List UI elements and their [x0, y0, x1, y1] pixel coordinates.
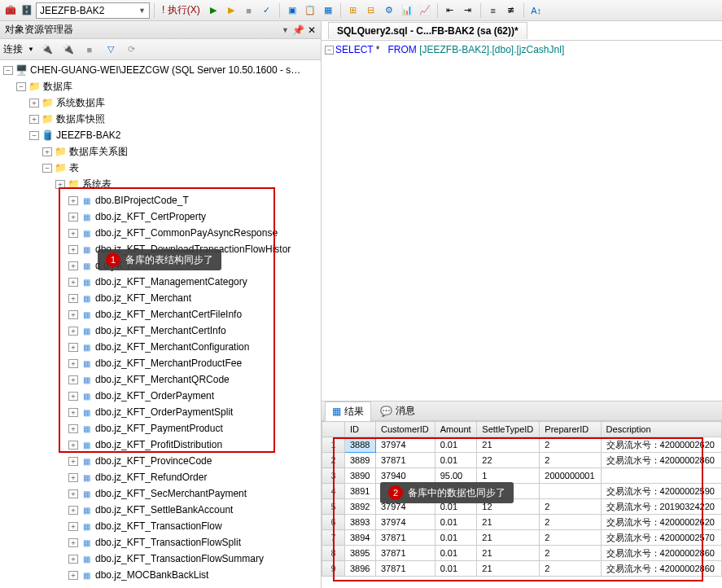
- table-node[interactable]: +▦dbo.jz_KFT_ProvinceCode: [0, 453, 321, 469]
- cell[interactable]: 3896: [345, 561, 376, 577]
- disconnect-icon[interactable]: 🔌: [60, 42, 77, 58]
- cell[interactable]: 2: [540, 499, 601, 515]
- table-node[interactable]: +▦dbo.jz_KFT_MerchantCertFileInfo: [0, 306, 321, 323]
- cell[interactable]: 2: [540, 530, 601, 546]
- table-node[interactable]: +▦dbo.jz_KFT_CommonPayAsyncResponse: [0, 225, 321, 241]
- cell[interactable]: [601, 468, 721, 484]
- specify-values-icon[interactable]: ⚙: [381, 2, 397, 19]
- cell[interactable]: 3889: [345, 453, 376, 468]
- cell[interactable]: 21: [477, 437, 540, 453]
- column-header[interactable]: Amount: [435, 422, 477, 437]
- table-node[interactable]: +▦dbo.jz_KFT_OrderPaymentSplit: [0, 404, 321, 420]
- cell[interactable]: 交易流水号：42000002570: [601, 530, 721, 546]
- table-row[interactable]: 13888379740.01212交易流水号：42000002620: [322, 437, 722, 453]
- cell[interactable]: 1: [477, 468, 540, 484]
- server-node[interactable]: −🖥️CHEN-GUANG-WEI\JEEZCGW (SQL Server 10…: [0, 62, 321, 78]
- column-header[interactable]: SettleTypeID: [477, 422, 540, 437]
- table-node[interactable]: +▦dbo.jz_KFT_OrderPayment: [0, 388, 321, 404]
- table-node[interactable]: +▦dbo.jz_KFT_SecMerchantPayment: [0, 485, 321, 502]
- cell[interactable]: 37871: [376, 546, 435, 561]
- connect-label[interactable]: 连接: [3, 42, 23, 56]
- cell[interactable]: 0.01: [435, 546, 477, 561]
- cell[interactable]: 3892: [345, 499, 376, 515]
- dropdown-icon[interactable]: ▼: [282, 26, 289, 34]
- intellisense-icon[interactable]: 📋: [302, 2, 318, 19]
- cell[interactable]: 0.01: [435, 515, 477, 530]
- table-node[interactable]: +▦dbo.jz_KFT_MerchantProductFee: [0, 355, 321, 371]
- refresh-icon[interactable]: ⟳: [124, 42, 140, 58]
- cell[interactable]: 0.01: [435, 561, 477, 577]
- cell[interactable]: 21: [477, 515, 540, 530]
- filter-icon[interactable]: ▽: [103, 42, 119, 58]
- close-icon[interactable]: ✕: [308, 24, 316, 36]
- include-stats-icon[interactable]: 📊: [399, 2, 415, 19]
- tables-folder[interactable]: −📁表: [0, 160, 321, 176]
- cell[interactable]: 21: [477, 530, 540, 546]
- table-node[interactable]: +▦dbo.jz_KFT_TransactionFlowSplit: [0, 534, 321, 551]
- comment-icon[interactable]: ⊞: [345, 2, 361, 19]
- outdent-icon[interactable]: ⇥: [460, 2, 476, 19]
- pin-icon[interactable]: 📌: [292, 24, 304, 36]
- comment-out-icon[interactable]: ≡: [485, 2, 501, 19]
- cell[interactable]: 95.00: [435, 468, 477, 484]
- cell[interactable]: 0.01: [435, 530, 477, 546]
- cell[interactable]: 21: [477, 561, 540, 577]
- cell[interactable]: 3893: [345, 515, 376, 530]
- cell[interactable]: 22: [477, 453, 540, 468]
- system-databases[interactable]: +📁系统数据库: [0, 94, 321, 111]
- cell[interactable]: 37974: [376, 515, 435, 530]
- cell[interactable]: 3894: [345, 530, 376, 546]
- cell[interactable]: 0.01: [435, 453, 477, 468]
- cell[interactable]: 2: [540, 561, 601, 577]
- cell[interactable]: 3888: [345, 437, 376, 453]
- cell[interactable]: 2: [540, 515, 601, 530]
- stop-button[interactable]: ■: [241, 2, 257, 19]
- table-row[interactable]: 83895378710.01212交易流水号：42000002860: [322, 546, 722, 561]
- cell[interactable]: [540, 484, 601, 499]
- table-node[interactable]: +▦dbo.jz_KFT_SettleBankAccount: [0, 502, 321, 518]
- cell[interactable]: 37940: [376, 468, 435, 484]
- cell[interactable]: 2: [540, 453, 601, 468]
- cell[interactable]: 交易流水号：20190324220: [601, 499, 721, 515]
- database-snapshots[interactable]: +📁数据库快照: [0, 111, 321, 127]
- cell[interactable]: 37871: [376, 561, 435, 577]
- cell[interactable]: 37871: [376, 453, 435, 468]
- toolbox-icon[interactable]: 🧰: [3, 3, 18, 18]
- table-node[interactable]: +▦dbo.jz_KFT_TransactionFlow: [0, 518, 321, 534]
- font-icon[interactable]: A↕: [528, 2, 545, 19]
- table-node[interactable]: +▦dbo.jz_KFT_ProfitDistribution: [0, 437, 321, 453]
- cell[interactable]: 37871: [376, 530, 435, 546]
- stop-icon[interactable]: ■: [81, 42, 98, 58]
- table-row[interactable]: 73894378710.01212交易流水号：42000002570: [322, 530, 722, 546]
- cell[interactable]: 交易流水号：42000002860: [601, 546, 721, 561]
- active-database[interactable]: −🛢️JEEZFB-BAK2: [0, 127, 321, 143]
- collapse-region-icon[interactable]: −: [325, 46, 334, 55]
- cell[interactable]: 3891: [345, 484, 376, 499]
- cell[interactable]: 2: [540, 546, 601, 561]
- connect-icon[interactable]: 🔌: [39, 42, 55, 58]
- table-node[interactable]: +▦dbo.jz_MOCBankBackList: [0, 567, 321, 583]
- table-node[interactable]: +▦dbo.jz_KFT_MerchantQRCode: [0, 371, 321, 388]
- cell[interactable]: 2: [540, 437, 601, 453]
- table-row[interactable]: 93896378710.01212交易流水号：42000002860: [322, 561, 722, 577]
- column-header[interactable]: Description: [601, 422, 721, 437]
- cell[interactable]: 2000000001: [540, 468, 601, 484]
- table-node[interactable]: +▦dbo.jz_KFT_MerchantCertInfo: [0, 323, 321, 339]
- cell[interactable]: 0.01: [435, 437, 477, 453]
- table-node[interactable]: +▦dbo.jz_KFT_PaymentProduct: [0, 420, 321, 437]
- results-tab[interactable]: ▦ 结果: [325, 402, 371, 422]
- chevron-down-icon[interactable]: ▼: [28, 46, 34, 53]
- cell[interactable]: 3895: [345, 546, 376, 561]
- table-node[interactable]: +▦dbo.jz_KFT_CertProperty: [0, 208, 321, 225]
- query-tab[interactable]: SQLQuery2.sql - C...FB-BAK2 (sa (62))*: [328, 22, 527, 39]
- cell[interactable]: 交易流水号：42000002620: [601, 515, 721, 530]
- cell[interactable]: 交易流水号：42000002860: [601, 453, 721, 468]
- databases-folder[interactable]: −📁数据库: [0, 78, 321, 94]
- system-tables[interactable]: +📁系统表: [0, 176, 321, 192]
- cell[interactable]: 21: [477, 546, 540, 561]
- column-header[interactable]: PreparerID: [540, 422, 601, 437]
- indent-icon[interactable]: ⇤: [442, 2, 458, 19]
- table-row[interactable]: 23889378710.01222交易流水号：42000002860: [322, 453, 722, 468]
- column-header[interactable]: CustomerID: [376, 422, 435, 437]
- table-row[interactable]: 338903794095.0012000000001: [322, 468, 722, 484]
